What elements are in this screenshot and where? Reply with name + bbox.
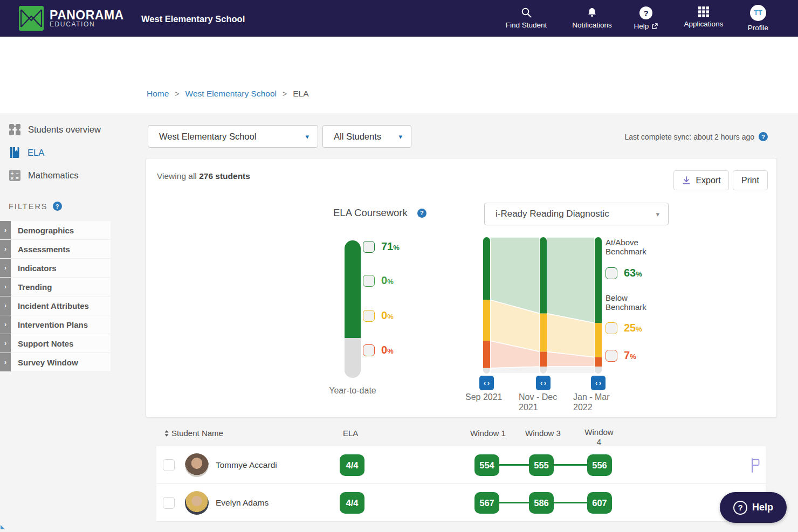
- find-student-button[interactable]: Find Student: [499, 6, 553, 29]
- benchmark-heading-below: Below Benchmark: [606, 293, 657, 312]
- filter-survey-window[interactable]: › Survey Window: [0, 353, 111, 372]
- filter-label: Trending: [18, 282, 52, 292]
- help-nav-button[interactable]: ? Help: [624, 6, 668, 30]
- coursework-legend-item-4: 0%: [363, 344, 394, 356]
- help-floating-button[interactable]: ? Help: [720, 492, 787, 523]
- coursework-header: ELA Coursework ?: [333, 207, 426, 219]
- export-button[interactable]: Export: [673, 170, 729, 190]
- breadcrumb-home-link[interactable]: Home: [147, 89, 169, 99]
- sidebar-item-mathematics[interactable]: + − × = Mathematics: [9, 169, 79, 182]
- sync-status-text: Last complete sync: about 2 hours ago: [625, 133, 754, 141]
- legend-checkbox[interactable]: [606, 350, 617, 362]
- students-table: Tommye Accardi 4/4 554 555 556 Evelyn Ad…: [156, 446, 766, 522]
- notifications-label: Notifications: [572, 21, 612, 29]
- table-row: Evelyn Adams 4/4 567 586 607: [156, 484, 766, 522]
- legend-checkbox[interactable]: [363, 344, 375, 356]
- notifications-button[interactable]: Notifications: [562, 6, 622, 29]
- filter-demographics[interactable]: › Demographics: [0, 221, 111, 240]
- category-label-2: Nov - Dec 2021: [519, 392, 570, 412]
- flag-icon[interactable]: [749, 457, 761, 473]
- students-dropdown[interactable]: All Students ▾: [322, 125, 411, 148]
- window-nav-button-2[interactable]: ‹›: [536, 376, 551, 390]
- sync-help-icon[interactable]: ?: [759, 132, 768, 141]
- students-dropdown-value: All Students: [334, 132, 381, 142]
- chevron-left-icon: ‹: [540, 379, 542, 387]
- viewing-count: Viewing all 276 students: [157, 171, 250, 181]
- column-header-student-name[interactable]: Student Name: [164, 429, 223, 438]
- coursework-help-icon[interactable]: ?: [417, 209, 426, 218]
- category-label-1: Sep 2021: [465, 392, 514, 402]
- column-header-window-3: Window 3: [521, 429, 565, 438]
- book-icon: [9, 146, 20, 159]
- filters-heading: FILTERS: [9, 202, 48, 211]
- download-icon: [682, 176, 691, 185]
- legend-checkbox[interactable]: [606, 267, 617, 279]
- legend-checkbox[interactable]: [606, 322, 617, 334]
- coursework-legend-item-3: 0%: [363, 309, 394, 322]
- window-1-score-badge[interactable]: 554: [474, 454, 499, 476]
- filter-assessments[interactable]: › Assessments: [0, 240, 111, 259]
- legend-checkbox[interactable]: [363, 310, 375, 322]
- window-3-score-badge[interactable]: 555: [529, 454, 554, 476]
- benchmark-heading-above: At/Above Benchmark: [606, 238, 657, 256]
- chevron-right-icon: ›: [0, 240, 11, 258]
- window-3-score-badge[interactable]: 586: [529, 492, 554, 514]
- breadcrumb: Home > West Elementary School > ELA: [147, 89, 308, 99]
- iready-legend-item-1: 63%: [606, 267, 642, 279]
- applications-button[interactable]: Applications: [677, 6, 731, 28]
- apps-grid-icon: [698, 6, 709, 17]
- assessment-dropdown[interactable]: i-Ready Reading Diagnostic ▾: [484, 203, 669, 225]
- svg-text:×: ×: [11, 176, 13, 181]
- iready-legend-item-3: 7%: [606, 349, 636, 362]
- sync-status-row: Last complete sync: about 2 hours ago ?: [593, 132, 768, 141]
- chevron-right-icon: ›: [0, 296, 11, 315]
- filter-intervention-plans[interactable]: › Intervention Plans: [0, 315, 111, 334]
- breadcrumb-school-link[interactable]: West Elementary School: [185, 89, 277, 99]
- table-row: Tommye Accardi 4/4 554 555 556: [156, 446, 766, 484]
- filter-incident-attributes[interactable]: › Incident Attributes: [0, 296, 111, 315]
- avatar: [185, 491, 209, 515]
- filter-trending[interactable]: › Trending: [0, 278, 111, 296]
- assessment-dropdown-value: i-Ready Reading Diagnostic: [496, 209, 609, 219]
- row-checkbox[interactable]: [163, 459, 175, 471]
- legend-checkbox[interactable]: [363, 275, 375, 287]
- window-nav-button-1[interactable]: ‹›: [479, 376, 494, 390]
- print-label: Print: [741, 176, 759, 185]
- summary-card: Viewing all 276 students Export Print EL…: [146, 158, 777, 418]
- school-dropdown-value: West Elementary School: [159, 132, 256, 142]
- filter-label: Intervention Plans: [18, 320, 88, 329]
- profile-button[interactable]: TT Profile: [737, 5, 780, 32]
- filters-help-icon[interactable]: ?: [53, 202, 62, 211]
- iready-legend-item-2: 25%: [606, 322, 642, 334]
- row-checkbox[interactable]: [163, 497, 175, 509]
- print-button[interactable]: Print: [733, 170, 768, 190]
- filter-support-notes[interactable]: › Support Notes: [0, 334, 111, 353]
- ela-score-badge[interactable]: 4/4: [340, 454, 364, 476]
- top-navbar: PANORAMA EDUCATION West Elementary Schoo…: [0, 0, 798, 37]
- brand-name: PANORAMA: [50, 9, 124, 21]
- chevron-left-icon: ‹: [484, 379, 486, 387]
- chevron-right-icon: ›: [0, 315, 11, 334]
- scroll-hint-icon: [1, 524, 6, 529]
- sidebar-item-students-overview[interactable]: Students overview: [9, 123, 101, 136]
- window-1-score-badge[interactable]: 567: [474, 492, 499, 514]
- brand-logo[interactable]: PANORAMA EDUCATION: [19, 6, 124, 31]
- ela-score-badge[interactable]: 4/4: [340, 492, 364, 514]
- school-dropdown[interactable]: West Elementary School ▾: [148, 125, 318, 148]
- sidebar-label-students-overview: Students overview: [28, 125, 101, 135]
- coursework-legend-item-1: 71%: [363, 240, 400, 253]
- sidebar-item-ela[interactable]: ELA: [9, 146, 44, 159]
- external-link-icon: [651, 23, 658, 30]
- window-4-score-badge[interactable]: 556: [587, 454, 612, 476]
- panorama-logo-icon: [19, 6, 44, 31]
- legend-checkbox[interactable]: [363, 241, 375, 253]
- filter-indicators[interactable]: › Indicators: [0, 259, 111, 278]
- student-name-link[interactable]: Tommye Accardi: [216, 460, 277, 470]
- window-nav-button-3[interactable]: ‹›: [591, 376, 606, 390]
- student-name-link[interactable]: Evelyn Adams: [216, 498, 269, 508]
- column-header-ela: ELA: [343, 429, 358, 438]
- breadcrumb-current: ELA: [293, 89, 308, 99]
- column-header-window-4: Window 4: [582, 427, 616, 447]
- window-4-score-badge[interactable]: 607: [587, 492, 612, 514]
- profile-label: Profile: [748, 24, 768, 32]
